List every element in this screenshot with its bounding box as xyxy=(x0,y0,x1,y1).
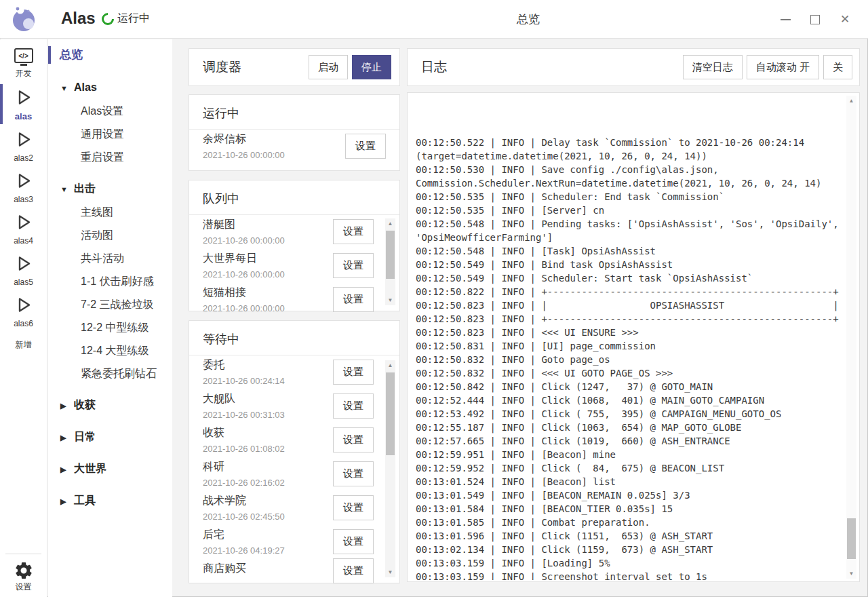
log-off-button[interactable]: 关 xyxy=(823,55,852,79)
nav-item-label: 共斗活动 xyxy=(81,252,124,264)
nav-item-label: 12-2 中型练级 xyxy=(81,322,149,333)
nav-item[interactable]: 12-4 大型练级 xyxy=(48,343,172,358)
app-logo-icon xyxy=(10,5,37,35)
task-settings-button[interactable]: 设置 xyxy=(333,393,374,419)
nav-item[interactable]: 主线图 xyxy=(48,205,172,220)
log-line: 00:12:52.444 | INFO | Click (1068, 401) … xyxy=(416,393,843,407)
log-line: 00:12:50.823 | INFO | +-----------------… xyxy=(416,312,843,326)
queued-scrollbar[interactable]: ▲ ▼ xyxy=(385,218,395,305)
rail-item-icon xyxy=(14,213,33,234)
log-line: 00:12:50.549 | INFO | Bind task OpsiAshA… xyxy=(416,258,843,271)
task-row: 短猫相接 2021-10-26 00:00:00 设置 xyxy=(203,286,352,313)
titlebar: Alas 运行中 总览 ✕ xyxy=(0,0,868,39)
autoscroll-toggle-button[interactable]: 自动滚动 开 xyxy=(747,55,819,79)
nav-item[interactable]: 1-1 伏击刷好感 xyxy=(48,274,172,289)
task-row: 收获 2021-10-26 01:08:02 设置 xyxy=(203,426,352,454)
nav-item[interactable]: 通用设置 xyxy=(48,127,172,142)
scheduler-header: 调度器 启动 停止 xyxy=(189,48,400,86)
task-row: 委托 2021-10-26 00:24:14 设置 xyxy=(203,358,352,386)
rail-item-icon xyxy=(14,88,33,109)
task-settings-button[interactable]: 设置 xyxy=(333,360,374,385)
scrollbar-thumb[interactable] xyxy=(847,518,856,559)
log-line: 00:12:50.842 | INFO | Click (1247, 37) @… xyxy=(416,380,843,393)
rail-item-icon xyxy=(14,296,33,317)
rail-item[interactable]: </> 开发 xyxy=(0,48,47,79)
log-line: 00:12:50.535 | INFO | [Server] cn xyxy=(416,204,843,217)
nav-item[interactable]: 共斗活动 xyxy=(48,251,172,266)
scroll-down-icon[interactable]: ▼ xyxy=(846,569,856,579)
stop-button[interactable]: 停止 xyxy=(352,55,391,79)
log-line: 00:12:50.530 | INFO | Save config ./conf… xyxy=(416,163,843,176)
nav-item-label: 工具 xyxy=(74,495,96,506)
task-settings-button[interactable]: 设置 xyxy=(333,427,374,452)
rail-item[interactable]: 新增 xyxy=(0,337,47,351)
waiting-scrollbar[interactable]: ▲ ▼ xyxy=(385,360,395,577)
maximize-button[interactable] xyxy=(800,6,830,33)
rail-item[interactable]: alas4 xyxy=(0,213,47,246)
scroll-up-icon[interactable]: ▲ xyxy=(385,360,395,370)
rail-item-label: alas xyxy=(15,111,32,121)
nav-item[interactable]: Alas设置 xyxy=(48,104,172,119)
task-time: 2021-10-26 01:08:02 xyxy=(203,444,352,454)
minimize-button[interactable] xyxy=(770,6,800,33)
task-settings-button[interactable]: 设置 xyxy=(333,219,374,244)
task-settings-button[interactable]: 设置 xyxy=(333,529,374,554)
rail-item[interactable]: alas3 xyxy=(0,172,47,204)
nav-item[interactable]: 重启设置 xyxy=(48,150,172,165)
log-output[interactable]: 00:12:50.522 | INFO | Delay task `Commis… xyxy=(416,95,843,580)
nav-item[interactable]: 7-2 三战捡垃圾 xyxy=(48,297,172,312)
scroll-down-icon[interactable]: ▼ xyxy=(385,567,395,577)
task-row: 后宅 2021-10-26 04:19:27 设置 xyxy=(203,528,352,556)
log-line: 00:13:02.134 | INFO | Click (1159, 673) … xyxy=(416,543,843,556)
rail-item[interactable]: alas2 xyxy=(0,130,47,163)
nav-item[interactable]: ▶日常 xyxy=(48,429,172,445)
rail-item[interactable]: alas5 xyxy=(0,254,47,287)
nav-item[interactable]: 总览 xyxy=(48,46,172,64)
start-button[interactable]: 启动 xyxy=(309,55,348,79)
log-line: 00:12:50.549 | INFO | Scheduler: Start t… xyxy=(416,271,843,285)
log-line: 00:12:55.187 | INFO | Click (1063, 654) … xyxy=(416,421,843,434)
clear-log-button[interactable]: 清空日志 xyxy=(683,55,743,79)
nav-item[interactable]: ▼出击 xyxy=(48,181,172,197)
task-settings-button[interactable]: 设置 xyxy=(333,558,374,583)
queued-card-title: 队列中 xyxy=(189,180,399,215)
task-settings-button[interactable]: 设置 xyxy=(345,134,386,159)
rail-item[interactable]: alas6 xyxy=(0,296,47,328)
nav-item[interactable]: 紧急委托刷钻石 xyxy=(48,366,172,381)
nav-item[interactable]: 活动图 xyxy=(48,228,172,243)
nav-menu: 总览 ▼Alas Alas设置 通用设置 重启设置 ▼出击 主线图 活动图 共斗… xyxy=(48,39,172,597)
task-settings-button[interactable]: 设置 xyxy=(333,495,374,520)
scrollbar-thumb[interactable] xyxy=(386,372,395,455)
task-settings-button[interactable]: 设置 xyxy=(333,253,374,278)
scroll-down-icon[interactable]: ▼ xyxy=(385,295,395,305)
scrollbar-thumb[interactable] xyxy=(386,231,395,279)
log-scrollbar[interactable]: ▲ ▼ xyxy=(846,96,856,579)
log-line: 00:12:59.951 | INFO | [Beacon] mine xyxy=(416,448,843,461)
rail-settings-button[interactable]: 设置 xyxy=(5,554,41,593)
log-line: 'OpsiMeowfficerFarming'] xyxy=(416,231,843,244)
nav-item[interactable]: ▶大世界 xyxy=(48,461,172,477)
rail-item-icon: </> xyxy=(14,48,33,66)
log-line: 00:12:50.822 | INFO | +-----------------… xyxy=(416,285,843,298)
nav-item[interactable]: ▼Alas xyxy=(48,80,172,96)
rail-item-icon xyxy=(14,254,33,275)
chevron-icon: ▼ xyxy=(60,182,74,197)
nav-item[interactable]: 12-2 中型练级 xyxy=(48,320,172,335)
nav-item[interactable]: ▶工具 xyxy=(48,493,172,509)
nav-item-label: 总览 xyxy=(48,46,83,64)
task-time: 2021-10-26 00:00:00 xyxy=(203,150,352,160)
chevron-icon: ▶ xyxy=(60,398,74,413)
nav-item[interactable]: ▶收获 xyxy=(48,398,172,413)
task-row: 大舰队 2021-10-26 00:31:03 设置 xyxy=(203,392,352,420)
nav-item-label: 重启设置 xyxy=(81,151,124,163)
rail-item-label: alas5 xyxy=(14,277,33,287)
task-row: 潜艇图 2021-10-26 00:00:00 设置 xyxy=(203,218,352,246)
scroll-up-icon[interactable]: ▲ xyxy=(846,96,856,106)
close-button[interactable]: ✕ xyxy=(830,6,860,33)
log-line: (target=datetime.datetime(2021, 10, 26, … xyxy=(416,149,843,163)
task-settings-button[interactable]: 设置 xyxy=(333,461,374,486)
rail-item[interactable]: alas xyxy=(0,88,47,121)
task-row: 大世界每日 2021-10-26 00:00:00 设置 xyxy=(203,252,352,280)
task-settings-button[interactable]: 设置 xyxy=(333,287,374,312)
scroll-up-icon[interactable]: ▲ xyxy=(385,218,395,229)
